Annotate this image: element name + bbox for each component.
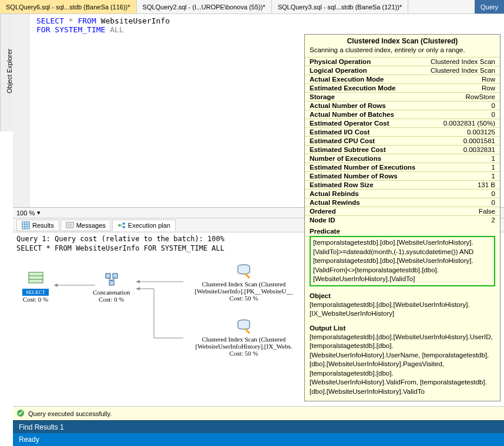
tooltip-row-label: Physical Operation [305,58,424,66]
concatenation-icon [102,271,121,288]
tooltip-row-label: Estimated I/O Cost [305,128,424,137]
svg-line-12 [120,225,123,227]
tooltip-row-value: 131 B [424,181,500,190]
tooltip-row-value: Row [424,84,500,93]
svg-rect-0 [22,222,29,229]
tooltip-row: Actual Number of Batches0 [305,110,500,119]
tooltip-row-label: Estimated Number of Rows [305,172,424,181]
document-tab-bar: SQLQuery6.sql - sql...stdb (BaneSa (116)… [0,0,504,14]
svg-point-10 [123,226,125,228]
sql-line: FOR SYSTEM_TIME ALL [36,25,500,34]
tooltip-row: Estimated I/O Cost0.003125 [305,128,500,137]
grid-icon [22,221,30,229]
tooltip-title: Clustered Index Scan (Clustered) [305,37,500,45]
tooltip-row-value: Clustered Index Scan [424,58,500,66]
plan-node-select[interactable]: SELECT Cost: 0 % [22,271,49,303]
tooltip-subtitle: Scanning a clustered index, entirely or … [305,46,500,57]
tooltip-row: Logical OperationClustered Index Scan [305,66,500,75]
tooltip-row-value: 1 [424,163,500,172]
svg-rect-18 [29,272,43,283]
plan-node-scan-2[interactable]: Clustered Index Scan (Clustered [Website… [182,318,305,357]
svg-rect-5 [66,222,73,228]
tooltip-row-value: 0 [424,190,500,198]
tooltip-row: Physical OperationClustered Index Scan [305,58,500,66]
document-tab[interactable]: SQLQuery2.sql - (l...UROPE\bonova (55))* [137,0,272,13]
find-results-panel[interactable]: Find Results 1 [13,420,504,433]
tooltip-row: Estimated CPU Cost0.0001581 [305,137,500,146]
svg-point-8 [118,224,120,227]
tooltip-row-label: Node ID [305,216,424,225]
tooltip-row-label: Estimated CPU Cost [305,137,424,146]
tab-execution-plan[interactable]: Execution plan [112,219,176,231]
tooltip-row-label: Estimated Execution Mode [305,84,424,93]
svg-line-24 [108,278,112,281]
tooltip-row: Actual Rebinds0 [305,190,500,198]
tooltip-row-label: Logical Operation [305,66,424,75]
tooltip-row-value: 0.003125 [424,128,500,137]
tooltip-row-label: Actual Number of Batches [305,110,424,119]
object-body: [temporalstagetestdb].[dbo].[WebsiteUser… [305,300,500,321]
tooltip-row: StorageRowStore [305,93,500,102]
tooltip-row: Estimated Number of Rows1 [305,172,500,181]
tooltip-row-label: Estimated Number of Executions [305,163,424,172]
tooltip-row: Estimated Row Size131 B [305,181,500,190]
tab-label: SQLQuery3.sql - sql...stdb (BaneSa (121)… [278,4,402,11]
tooltip-row-label: Storage [305,93,424,102]
plan-node-concatenation[interactable]: Concatenation Cost: 0 % [93,271,130,303]
tooltip-row-value: 2 [424,216,500,225]
tooltip-row: OrderedFalse [305,207,500,216]
plan-node-scan-1[interactable]: Clustered Index Scan (Clustered [Website… [182,263,305,302]
svg-rect-23 [109,281,114,285]
execution-plan-icon [117,221,126,229]
tooltip-row-value: Clustered Index Scan [424,66,500,75]
zoom-dropdown-icon[interactable]: ▾ [37,209,41,217]
tooltip-row-value: 0 [424,102,500,110]
svg-rect-21 [106,273,110,278]
tooltip-row-value: 1 [424,172,500,181]
tooltip-row-label: Actual Execution Mode [305,75,424,84]
tooltip-row: Estimated Subtree Cost0.0032831 [305,146,500,154]
tooltip-row-label: Estimated Row Size [305,181,424,190]
clustered-index-scan-icon [234,318,253,334]
tab-label: SQLQuery6.sql - sql...stdb (BaneSa (116)… [6,4,130,11]
tooltip-row-label: Number of Executions [305,154,424,163]
tooltip-properties-table: Physical OperationClustered Index ScanLo… [305,57,500,224]
tooltip-row-value: 1 [424,154,500,163]
tooltip-row: Number of Executions1 [305,154,500,163]
tooltip-row-value: 0 [424,110,500,119]
zoom-value[interactable]: 100 % [16,210,35,217]
editor-gutter [13,14,29,207]
tooltip-row-value: RowStore [424,93,500,102]
tooltip-row-label: Estimated Operator Cost [305,119,424,128]
query-status-bar: Query executed successfully. [13,406,504,420]
tooltip-row-value: 0 [424,198,500,207]
predicate-body: [temporalstagetestdb].[dbo].[WebsiteUser… [310,236,495,286]
tooltip-row-value: 0.0032831 (50%) [424,119,500,128]
sql-line: SELECT * FROM WebsiteUserInfo [36,16,500,25]
tooltip-row-label: Actual Rebinds [305,190,424,198]
tooltip-row-value: 0.0001581 [424,137,500,146]
tooltip-row-label: Actual Number of Rows [305,102,424,110]
object-explorer-panel[interactable]: Object Explorer [0,14,13,131]
document-tab[interactable]: SQLQuery3.sql - sql...stdb (BaneSa (121)… [272,0,409,13]
tooltip-row: Node ID2 [305,216,500,225]
tooltip-row: Actual Rewinds0 [305,198,500,207]
tooltip-row: Estimated Operator Cost0.0032831 (50%) [305,119,500,128]
tooltip-row: Actual Execution ModeRow [305,75,500,84]
tooltip-row: Estimated Number of Executions1 [305,163,500,172]
select-node-icon [26,271,45,288]
tab-messages[interactable]: Messages [61,219,111,231]
tooltip-row-value: False [424,207,500,216]
output-list-body: [temporalstagetestdb].[dbo].[WebsiteUser… [305,333,500,399]
svg-line-25 [112,278,115,281]
tooltip-row: Actual Number of Rows0 [305,102,500,110]
menu-query[interactable]: Query [475,0,504,13]
tooltip-row-label: Estimated Subtree Cost [305,146,424,154]
clustered-index-scan-icon [234,263,253,279]
tooltip-row-label: Ordered [305,207,424,216]
tab-results[interactable]: Results [16,219,59,231]
svg-point-9 [123,222,125,225]
svg-rect-22 [113,273,117,278]
document-tab[interactable]: SQLQuery6.sql - sql...stdb (BaneSa (116)… [0,0,137,13]
tooltip-row: Estimated Execution ModeRow [305,84,500,93]
